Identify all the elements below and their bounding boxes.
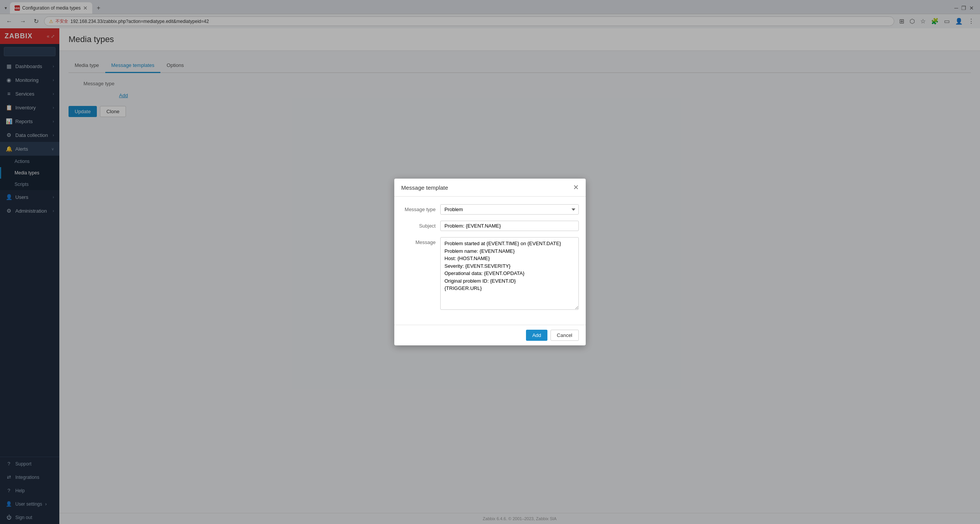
modal-cancel-button[interactable]: Cancel bbox=[550, 330, 579, 341]
modal-message-control bbox=[440, 237, 579, 311]
modal-title: Message template bbox=[401, 184, 448, 191]
modal-message-type-control: Problem Problem recovery Problem update … bbox=[440, 204, 579, 215]
modal-subject-control bbox=[440, 221, 579, 231]
modal-body: Message type Problem Problem recovery Pr… bbox=[394, 197, 586, 325]
subject-input[interactable] bbox=[440, 221, 579, 231]
modal-footer: Add Cancel bbox=[394, 325, 586, 345]
message-template-modal: Message template ✕ Message type Problem … bbox=[394, 179, 586, 345]
message-type-select[interactable]: Problem Problem recovery Problem update … bbox=[440, 204, 579, 215]
modal-add-button[interactable]: Add bbox=[526, 330, 547, 341]
modal-subject-label: Subject bbox=[401, 221, 436, 229]
modal-message-type-label: Message type bbox=[401, 204, 436, 212]
modal-subject-row: Subject bbox=[401, 221, 579, 231]
modal-close-button[interactable]: ✕ bbox=[573, 184, 579, 191]
modal-message-row: Message bbox=[401, 237, 579, 311]
modal-header: Message template ✕ bbox=[394, 179, 586, 197]
message-textarea[interactable] bbox=[440, 237, 579, 310]
modal-message-label: Message bbox=[401, 237, 436, 245]
modal-overlay: Message template ✕ Message type Problem … bbox=[0, 0, 980, 524]
modal-message-type-row: Message type Problem Problem recovery Pr… bbox=[401, 204, 579, 215]
